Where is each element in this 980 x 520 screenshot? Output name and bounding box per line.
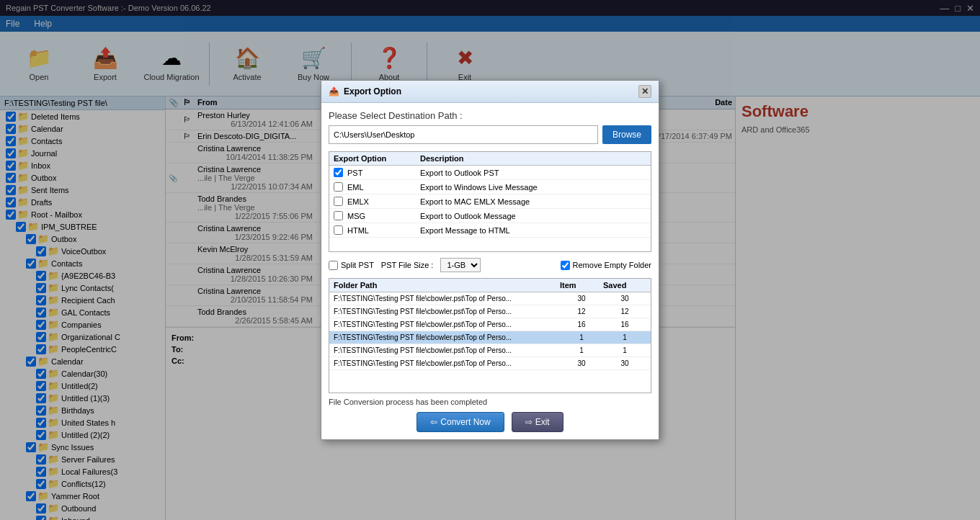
export-dialog: 📤 Export Option ✕ Please Select Destinat… <box>321 80 659 440</box>
export-option-checkbox[interactable] <box>334 182 343 192</box>
dialog-title-left: 📤 Export Option <box>329 86 401 97</box>
path-input[interactable] <box>329 125 598 144</box>
folder-path-cell: F:\TESTING\Testing PST file\cbowler.pst\… <box>334 346 560 354</box>
folder-path-cell: F:\TESTING\Testing PST file\cbowler.pst\… <box>334 320 560 328</box>
export-option-name: HTML <box>334 225 420 235</box>
dialog-icon: 📤 <box>329 86 339 97</box>
export-option-checkbox[interactable] <box>334 168 343 177</box>
export-option-name: EMLX <box>334 197 420 206</box>
export-option-row[interactable]: EML Export to Windows Live Message <box>329 180 651 194</box>
folder-path-cell: F:\TESTING\Testing PST file\cbowler.pst\… <box>334 295 560 302</box>
dialog-buttons: ⇦ Convert Now ⇨ Exit <box>329 412 651 432</box>
convert-arrow-icon: ⇦ <box>430 417 437 427</box>
folder-table-header: Folder Path Item Saved <box>329 279 651 292</box>
export-option-label: HTML <box>347 226 369 235</box>
export-option-label: MSG <box>347 212 365 220</box>
folder-row[interactable]: F:\TESTING\Testing PST file\cbowler.pst\… <box>329 292 651 305</box>
folder-row[interactable]: F:\TESTING\Testing PST file\cbowler.pst\… <box>329 305 651 318</box>
export-options-rows: PST Export to Outlook PST EML Export to … <box>329 166 651 238</box>
folder-path-cell: F:\TESTING\Testing PST file\cbowler.pst\… <box>334 359 560 367</box>
split-pst-row: Split PST PST File Size : 1-GB 2-GB 5-GB… <box>329 258 651 272</box>
saved-count-cell: 16 <box>603 320 646 328</box>
path-row: Browse <box>329 125 651 144</box>
export-option-checkbox[interactable] <box>334 197 343 206</box>
convert-btn-label: Convert Now <box>440 417 490 427</box>
folder-row[interactable]: F:\TESTING\Testing PST file\cbowler.pst\… <box>329 344 651 357</box>
remove-empty-label[interactable]: Remove Empty Folder <box>561 261 651 270</box>
dialog-close-btn[interactable]: ✕ <box>638 85 651 98</box>
folder-path-cell: F:\TESTING\Testing PST file\cbowler.pst\… <box>334 333 560 341</box>
dialog-titlebar: 📤 Export Option ✕ <box>321 81 659 103</box>
export-option-label: PST <box>347 169 362 177</box>
export-option-label: EML <box>347 183 364 192</box>
folder-table: Folder Path Item Saved F:\TESTING\Testin… <box>329 278 651 393</box>
dialog-title-text: Export Option <box>344 86 401 97</box>
export-option-checkbox[interactable] <box>334 211 343 220</box>
folder-row[interactable]: F:\TESTING\Testing PST file\cbowler.pst\… <box>329 318 651 331</box>
dialog-exit-button[interactable]: ⇨ Exit <box>512 412 564 432</box>
folder-path-col: Folder Path <box>334 281 560 290</box>
saved-count-cell: 1 <box>603 346 646 354</box>
item-count-cell: 30 <box>560 359 603 367</box>
export-option-description: Export to Windows Live Message <box>420 183 646 192</box>
export-option-row[interactable]: PST Export to Outlook PST <box>329 166 651 180</box>
item-count-cell: 16 <box>560 320 603 328</box>
export-option-checkbox[interactable] <box>334 225 343 235</box>
browse-button[interactable]: Browse <box>602 125 651 144</box>
folder-rows: F:\TESTING\Testing PST file\cbowler.pst\… <box>329 292 651 370</box>
folder-row[interactable]: F:\TESTING\Testing PST file\cbowler.pst\… <box>329 357 651 370</box>
item-count-cell: 30 <box>560 295 603 302</box>
export-option-description: Export to MAC EMLX Message <box>420 197 646 206</box>
dialog-body: Please Select Destination Path : Browse … <box>321 103 659 439</box>
export-options-header: Export Option Description <box>329 152 651 166</box>
dialog-exit-label: Exit <box>535 417 550 427</box>
folder-path-cell: F:\TESTING\Testing PST file\cbowler.pst\… <box>334 308 560 315</box>
description-col-header: Description <box>420 154 646 163</box>
export-option-label: EMLX <box>347 197 369 206</box>
saved-count-cell: 30 <box>603 295 646 302</box>
export-option-col-header: Export Option <box>334 154 420 163</box>
remove-empty-checkbox[interactable] <box>561 261 570 270</box>
export-option-name: PST <box>334 168 420 177</box>
item-col: Item <box>560 281 603 290</box>
export-option-description: Export to Outlook PST <box>420 169 646 177</box>
modal-overlay: 📤 Export Option ✕ Please Select Destinat… <box>0 0 980 520</box>
split-pst-label[interactable]: Split PST <box>329 261 374 270</box>
conversion-status: File Conversion process has been complet… <box>329 398 651 406</box>
pst-size-label: PST File Size : <box>381 261 434 269</box>
split-pst-checkbox[interactable] <box>329 261 338 270</box>
folder-row[interactable]: F:\TESTING\Testing PST file\cbowler.pst\… <box>329 331 651 344</box>
export-options-table: Export Option Description PST Export to … <box>329 151 651 252</box>
exit-arrow-icon: ⇨ <box>525 417 533 427</box>
export-option-name: EML <box>334 182 420 192</box>
path-label: Please Select Destination Path : <box>329 110 651 121</box>
export-option-row[interactable]: EMLX Export to MAC EMLX Message <box>329 194 651 209</box>
pst-size-select[interactable]: 1-GB 2-GB 5-GB <box>440 258 481 272</box>
export-option-row[interactable]: MSG Export to Outlook Message <box>329 209 651 223</box>
saved-col: Saved <box>603 281 646 290</box>
export-option-description: Export to Outlook Message <box>420 212 646 220</box>
export-option-name: MSG <box>334 211 420 220</box>
export-option-description: Export Message to HTML <box>420 226 646 235</box>
item-count-cell: 1 <box>560 333 603 341</box>
item-count-cell: 12 <box>560 308 603 315</box>
item-count-cell: 1 <box>560 346 603 354</box>
export-option-row[interactable]: HTML Export Message to HTML <box>329 223 651 238</box>
convert-now-button[interactable]: ⇦ Convert Now <box>416 412 504 432</box>
saved-count-cell: 30 <box>603 359 646 367</box>
saved-count-cell: 12 <box>603 308 646 315</box>
saved-count-cell: 1 <box>603 333 646 341</box>
